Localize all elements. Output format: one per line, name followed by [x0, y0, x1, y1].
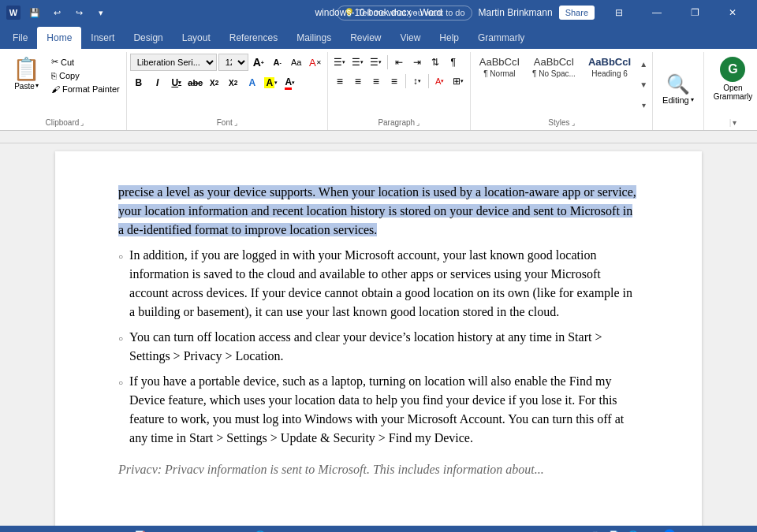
grammarly-collapse-icon[interactable]: ▾: [733, 118, 736, 127]
decrease-indent-button[interactable]: ⇤: [390, 54, 408, 71]
font-color-button[interactable]: A▾: [282, 74, 299, 91]
font-row1: Liberation Seri... 12 A+ A- Aa A✕: [130, 54, 324, 71]
web-layout-icon[interactable]: 🌐: [627, 529, 640, 532]
show-marks-button[interactable]: ¶: [445, 54, 462, 71]
cut-button[interactable]: ✂ Cut: [48, 55, 123, 69]
align-right-button[interactable]: ≡: [367, 73, 385, 90]
style-normal[interactable]: AaBbCcI ¶ Normal: [474, 54, 525, 80]
tab-view[interactable]: View: [391, 27, 431, 49]
font-shrink-button[interactable]: A-: [269, 54, 286, 71]
style-heading6[interactable]: AaBbCcI Heading 6: [583, 54, 636, 80]
paste-label: Paste: [14, 82, 35, 91]
multilevel-list-button[interactable]: ☰▾: [367, 54, 385, 71]
style-scroll-down-button[interactable]: ▼: [638, 74, 649, 95]
list-item: ○ You can turn off location access and c…: [118, 328, 639, 366]
font-family-select[interactable]: Liberation Seri...: [130, 54, 217, 71]
tab-grammarly[interactable]: Grammarly: [468, 27, 534, 49]
copy-button[interactable]: ⎘ Copy: [48, 69, 123, 82]
tab-insert[interactable]: Insert: [81, 27, 124, 49]
tab-references[interactable]: References: [220, 27, 287, 49]
sort-button[interactable]: ⇅: [427, 54, 444, 71]
share-button[interactable]: Share: [559, 6, 595, 20]
list-item: ○ If you have a portable device, such as…: [118, 372, 639, 448]
format-painter-button[interactable]: 🖌 Format Painter: [48, 83, 123, 95]
clipboard-main: 📋 Paste ▾ ✂ Cut ⎘ Copy: [6, 54, 123, 95]
numbering-button[interactable]: ☰▾: [349, 54, 367, 71]
language-icon[interactable]: 🌐: [254, 529, 267, 532]
font-size-select[interactable]: 12: [218, 54, 248, 71]
tab-mailings[interactable]: Mailings: [287, 27, 341, 49]
spell-check-icon[interactable]: 📝: [134, 529, 147, 532]
style-normal-label: ¶ Normal: [483, 69, 515, 78]
bold-button[interactable]: B: [130, 74, 147, 91]
editing-button[interactable]: 🔍 Editing ▾: [656, 69, 700, 110]
borders-button[interactable]: ⊞▾: [449, 73, 467, 90]
save-button[interactable]: 💾: [25, 3, 44, 22]
increase-indent-button[interactable]: ⇥: [408, 54, 426, 71]
tab-layout[interactable]: Layout: [173, 27, 220, 49]
selected-paragraph: precise a level as your device supports.…: [118, 183, 639, 240]
font-grow-button[interactable]: A+: [250, 54, 267, 71]
style-no-spacing[interactable]: AaBbCcI ¶ No Spac...: [527, 54, 581, 80]
tab-help[interactable]: Help: [430, 27, 468, 49]
style-more-button[interactable]: ▾: [638, 95, 649, 115]
paragraph-expand-icon[interactable]: ⌟: [416, 119, 420, 127]
paste-icon: 📋: [13, 58, 40, 80]
tab-file[interactable]: File: [3, 27, 37, 49]
style-scroll-buttons: ▲ ▼ ▾: [638, 54, 649, 115]
paste-button[interactable]: 📋 Paste ▾: [6, 54, 47, 95]
undo-button[interactable]: ↩: [47, 3, 66, 22]
shading-button[interactable]: A▾: [431, 73, 449, 90]
italic-button[interactable]: I: [149, 74, 166, 91]
font-content: Liberation Seri... 12 A+ A- Aa A✕ B I U▾…: [130, 52, 324, 117]
ruler: [0, 131, 757, 143]
highlight-color-button[interactable]: A▾: [263, 74, 280, 91]
paragraph-row1: ☰▾ ☰▾ ☰▾ ⇤ ⇥ ⇅ ¶: [331, 54, 462, 71]
text-effects-button[interactable]: A: [244, 74, 261, 91]
ribbon-tab-bar: File Home Insert Design Layout Reference…: [0, 25, 757, 49]
paste-dropdown-icon[interactable]: ▾: [35, 82, 39, 89]
font-expand-icon[interactable]: ⌟: [234, 119, 237, 127]
word-app-icon: W: [6, 6, 21, 20]
print-layout-icon[interactable]: 📄: [608, 529, 621, 532]
styles-expand-icon[interactable]: ⌟: [572, 119, 575, 127]
style-scroll-up-button[interactable]: ▲: [638, 54, 649, 74]
clipboard-content: 📋 Paste ▾ ✂ Cut ⎘ Copy: [6, 52, 123, 117]
status-left: Page 16 of 295 33734 words 📝 English (Un…: [6, 529, 267, 532]
customize-quick-access-button[interactable]: ▾: [91, 3, 110, 22]
document-page: precise a level as your device supports.…: [55, 151, 702, 526]
document-area[interactable]: precise a level as your device supports.…: [0, 143, 757, 526]
bullet3-content: If you have a portable device, such as a…: [129, 372, 639, 448]
change-case-button[interactable]: Aa: [288, 54, 305, 71]
bullets-button[interactable]: ☰▾: [331, 54, 349, 71]
tab-design[interactable]: Design: [124, 27, 172, 49]
tab-home[interactable]: Home: [37, 27, 81, 49]
superscript-button[interactable]: X2: [225, 74, 242, 91]
bullet1-content: In addition, if you are logged in with y…: [129, 246, 639, 322]
line-spacing-button[interactable]: ↕▾: [408, 73, 426, 90]
clipboard-expand-icon[interactable]: ⌟: [80, 119, 84, 127]
align-center-button[interactable]: ≡: [349, 73, 367, 90]
close-button[interactable]: ✕: [714, 0, 751, 25]
styles-label: Styles ⌟: [474, 117, 649, 128]
subscript-button[interactable]: X2: [206, 74, 223, 91]
paragraph-content: ☰▾ ☰▾ ☰▾ ⇤ ⇥ ⇅ ¶ ≡ ≡ ≡ ≡ ↕▾ A▾ ⊞▾: [331, 52, 467, 117]
grammarly-group: G OpenGrammarly | ▾: [704, 52, 757, 130]
clear-formatting-button[interactable]: A✕: [307, 54, 324, 71]
tab-review[interactable]: Review: [341, 27, 390, 49]
open-grammarly-button[interactable]: G OpenGrammarly: [707, 54, 757, 104]
align-left-button[interactable]: ≡: [331, 73, 349, 90]
editing-dropdown-icon[interactable]: ▾: [691, 96, 694, 103]
open-grammarly-label: OpenGrammarly: [714, 84, 752, 101]
justify-button[interactable]: ≡: [386, 73, 403, 90]
redo-button[interactable]: ↪: [69, 3, 88, 22]
restore-down-button[interactable]: ⊟: [601, 0, 637, 25]
strikethrough-button[interactable]: abc: [187, 74, 204, 91]
maximize-button[interactable]: ❐: [677, 0, 713, 25]
read-mode-icon[interactable]: 📖: [589, 529, 602, 532]
underline-button[interactable]: U▾: [168, 74, 185, 91]
window-title: windows-10-book.docx - Word: [315, 7, 442, 18]
minimize-button[interactable]: —: [639, 0, 675, 25]
status-right: 📖 📄 🌐 − + 100%: [589, 529, 751, 532]
quick-access-toolbar: 💾 ↩ ↪ ▾: [25, 3, 110, 22]
